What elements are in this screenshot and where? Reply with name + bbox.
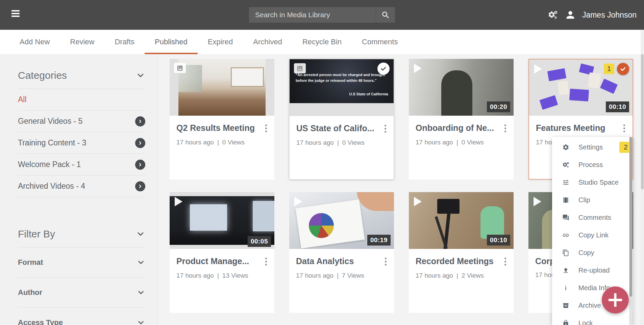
- category-open-button[interactable]: [135, 181, 145, 191]
- video-card-product-management[interactable]: 00:05 Product Manage... 17 hours ago | 1…: [170, 192, 274, 313]
- top-right-group: James Johnson: [547, 0, 637, 30]
- sidebar-item-training-content[interactable]: Training Content - 3: [18, 132, 145, 154]
- play-icon[interactable]: [414, 64, 422, 73]
- category-open-button[interactable]: [135, 116, 145, 126]
- video-title[interactable]: Product Manage...: [176, 256, 249, 266]
- card-info: US State of Califo... 17 hours ago | 0 V…: [290, 116, 394, 146]
- tab-add-new[interactable]: Add New: [9, 30, 60, 54]
- video-thumbnail[interactable]: 00:10: [409, 192, 514, 249]
- selected-check-icon[interactable]: [617, 63, 629, 75]
- sidebar-item-archived-videos[interactable]: Archived Videos - 4: [18, 176, 145, 197]
- menu-item-clip[interactable]: Clip: [552, 191, 633, 209]
- more-options-icon[interactable]: [504, 256, 507, 267]
- menu-item-re-upload[interactable]: Re-upload: [552, 261, 633, 279]
- categories-title: Categories: [18, 70, 67, 81]
- tab-drafts[interactable]: Drafts: [104, 30, 145, 54]
- filter-group-author[interactable]: Author: [18, 278, 145, 308]
- tab-published[interactable]: Published: [145, 30, 198, 54]
- more-options-icon[interactable]: [384, 256, 387, 267]
- video-card-recorded-meetings[interactable]: 00:10 Recorded Meetings 17 hours ago | 2…: [409, 192, 514, 313]
- chevron-down-icon[interactable]: [137, 258, 145, 267]
- tab-review[interactable]: Review: [60, 30, 104, 54]
- category-open-button[interactable]: [135, 138, 145, 148]
- chevron-down-icon[interactable]: [136, 229, 145, 239]
- archive-icon: [562, 302, 569, 309]
- view-count: 13 Views: [222, 272, 248, 279]
- image-type-icon: [294, 63, 306, 73]
- play-icon[interactable]: [294, 197, 302, 206]
- menu-item-process[interactable]: Process: [552, 156, 633, 173]
- filter-by-header[interactable]: Filter By: [18, 228, 145, 240]
- user-name[interactable]: James Johnson: [582, 10, 637, 20]
- play-icon[interactable]: [414, 197, 422, 206]
- play-icon[interactable]: [175, 197, 182, 206]
- search-button[interactable]: [376, 7, 395, 23]
- video-thumbnail[interactable]: 00:20: [409, 59, 514, 116]
- menu-scrollbar[interactable]: [629, 137, 633, 325]
- add-new-media-fab[interactable]: [602, 286, 629, 314]
- selected-check-icon[interactable]: [377, 63, 390, 75]
- more-options-icon[interactable]: [623, 123, 626, 134]
- video-card-data-analytics[interactable]: 00:19 Data Analytics 17 hours ago | 7 Vi…: [289, 192, 394, 313]
- more-options-icon[interactable]: [265, 123, 268, 134]
- video-card-us-state-of-california[interactable]: “An arrested person must be charged and …: [289, 59, 394, 180]
- tab-expired[interactable]: Expired: [198, 30, 243, 54]
- chevron-down-icon[interactable]: [137, 288, 145, 297]
- chevron-down-icon[interactable]: [136, 71, 145, 80]
- chevron-down-icon[interactable]: [137, 318, 145, 325]
- sidebar: Categories All General Videos - 5 Traini…: [0, 54, 158, 325]
- video-card-onboarding[interactable]: 00:20 Onboarding of Ne... 17 hours ago |…: [409, 59, 514, 180]
- gear-icon: [562, 144, 569, 151]
- page-scrollbar-thumb[interactable]: [641, 54, 644, 189]
- more-options-icon[interactable]: [384, 123, 387, 134]
- play-icon[interactable]: [534, 64, 542, 74]
- more-options-icon[interactable]: [504, 123, 507, 134]
- more-options-icon[interactable]: [265, 256, 268, 267]
- card-info: Onboarding of Ne... 17 hours ago | 0 Vie…: [409, 116, 514, 146]
- filter-group-format[interactable]: Format: [18, 248, 145, 278]
- chevron-right-icon: [138, 162, 143, 167]
- card-info: Q2 Results Meeting 17 hours ago | 0 View…: [170, 116, 274, 146]
- sidebar-item-all[interactable]: All: [18, 89, 145, 111]
- page-scrollbar[interactable]: [641, 30, 644, 325]
- menu-item-studio-space[interactable]: Studio Space: [552, 173, 633, 191]
- menu-scrollbar-thumb[interactable]: [629, 137, 632, 297]
- video-title[interactable]: Features Meeting: [536, 123, 605, 133]
- video-title[interactable]: Data Analytics: [296, 256, 354, 266]
- video-card-q2-results-meeting[interactable]: Q2 Results Meeting 17 hours ago | 0 View…: [170, 59, 274, 180]
- tab-comments[interactable]: Comments: [352, 30, 408, 54]
- video-thumbnail[interactable]: “An arrested person must be charged and …: [290, 59, 394, 116]
- sidebar-item-general-videos[interactable]: General Videos - 5: [18, 111, 145, 132]
- card-info: Data Analytics 17 hours ago | 7 Views: [289, 249, 394, 279]
- user-avatar-icon[interactable]: [565, 9, 576, 21]
- meta-separator: |: [337, 272, 339, 279]
- search-input[interactable]: [249, 7, 376, 23]
- thumbnail-quote-text: “An arrested person must be charged and …: [296, 72, 389, 84]
- video-thumbnail[interactable]: [170, 59, 274, 116]
- menu-item-comments[interactable]: Comments: [552, 209, 633, 226]
- tab-archived[interactable]: Archived: [243, 30, 292, 54]
- hamburger-menu-icon[interactable]: [11, 10, 20, 19]
- video-title[interactable]: US State of Califo...: [296, 123, 374, 133]
- play-icon[interactable]: [534, 197, 541, 206]
- categories-header[interactable]: Categories: [18, 70, 145, 81]
- tab-recycle-bin[interactable]: Recycle Bin: [292, 30, 352, 54]
- upload-time: 17 hours ago: [416, 139, 453, 146]
- view-count: 0 Views: [462, 139, 484, 146]
- menu-item-copy-link[interactable]: Copy Link: [552, 226, 633, 244]
- processing-settings-icon[interactable]: [547, 10, 559, 20]
- menu-item-settings[interactable]: Settings 2: [552, 138, 633, 156]
- menu-item-lock[interactable]: Lock: [552, 314, 633, 325]
- video-thumbnail[interactable]: 00:19: [289, 192, 394, 249]
- video-title[interactable]: Onboarding of Ne...: [416, 123, 494, 133]
- video-title[interactable]: Recorded Meetings: [416, 256, 494, 266]
- sliders-icon: [562, 179, 569, 186]
- video-thumbnail[interactable]: 00:05: [170, 192, 274, 249]
- menu-item-copy[interactable]: Copy: [552, 244, 633, 261]
- category-open-button[interactable]: [135, 160, 145, 170]
- sidebar-item-welcome-pack[interactable]: Welcome Pack - 1: [18, 154, 145, 176]
- filter-group-access-type[interactable]: Access Type: [18, 308, 145, 325]
- video-thumbnail[interactable]: 1 00:10: [529, 60, 633, 116]
- video-title[interactable]: Q2 Results Meeting: [176, 123, 255, 133]
- lock-icon: [562, 320, 569, 325]
